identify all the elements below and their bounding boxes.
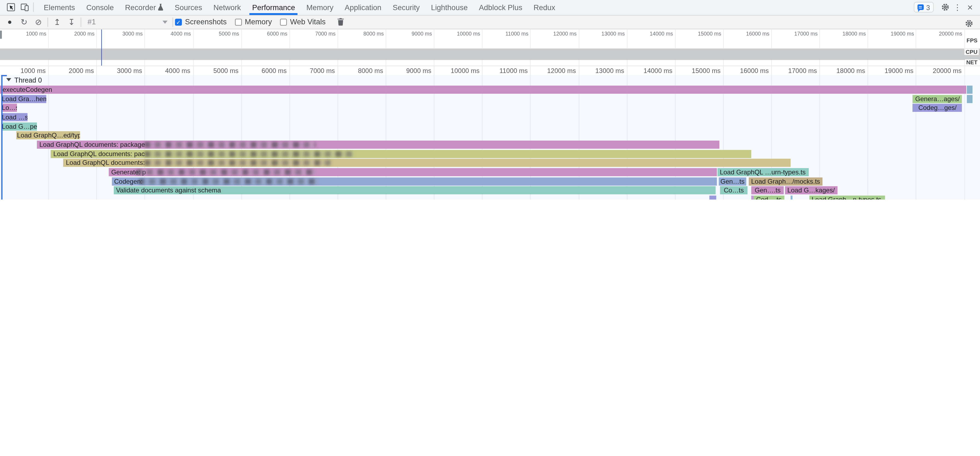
flame-event[interactable]: Load Graph…/mocks.ts [749,177,822,185]
tab-label: Application [345,3,382,12]
overview-gridline [579,29,579,65]
flame-event[interactable]: Codegen: [111,177,717,185]
divider [33,3,33,12]
overview-playhead[interactable] [101,29,102,65]
overview-gridline [434,29,434,65]
performance-toolbar: ● ↻ ⊘ ↥ ↧ #1 ✓ScreenshotsMemoryWeb Vital… [0,15,980,29]
tab-sources[interactable]: Sources [169,0,208,15]
flame-event[interactable]: Co…ts [720,186,748,195]
flame-event[interactable]: Genera…ages/ [913,95,962,103]
overview-gridline [868,29,868,65]
thread-group-header[interactable]: Thread 0 [6,76,42,83]
recording-session-select[interactable]: #1 [83,16,170,28]
tab-elements[interactable]: Elements [38,0,80,15]
tab-label: Security [393,3,420,12]
tab-security[interactable]: Security [387,0,425,15]
flame-event[interactable] [751,195,754,200]
ruler-tick-label: 1000 ms [10,67,46,75]
overview-tick-label: 8000 ms [348,31,384,37]
garbage-collect-icon[interactable] [334,16,348,29]
checkbox-screenshots[interactable]: ✓Screenshots [175,18,227,27]
flame-event[interactable]: Load GraphQL …urn-types.ts [717,168,809,176]
flame-event[interactable]: Cod….ts [753,195,784,200]
tab-application[interactable]: Application [339,0,387,15]
tab-label: Performance [252,3,295,12]
overview-tick-label: 11000 ms [492,31,528,37]
tab-performance[interactable]: Performance [247,0,301,15]
tab-redux[interactable]: Redux [528,0,561,15]
cpu-activity-band [0,49,980,60]
flame-chart-area[interactable]: 1000 ms2000 ms3000 ms4000 ms5000 ms6000 … [0,66,980,200]
reload-and-record-button[interactable]: ↻ [17,16,32,29]
checkbox-memory[interactable]: Memory [235,18,272,27]
flame-event[interactable] [709,195,716,200]
flame-event[interactable]: Gen….ts [751,186,784,195]
tab-memory[interactable]: Memory [301,0,339,15]
ruler-tick-label: 10000 ms [443,67,480,75]
tab-label: Recorder [125,3,156,12]
redacted-text-blur [145,142,316,148]
lane-label-fps: FPS [965,37,978,43]
clear-recording-button[interactable]: ⊘ [31,16,46,29]
record-button[interactable]: ● [2,16,17,29]
load-profile-button[interactable]: ↥ [50,16,65,29]
overview-window-handle[interactable] [0,31,2,39]
flame-event[interactable]: Load Gra…hema.ts [1,95,46,103]
flame-event[interactable]: Load GraphQL documents: [64,159,791,167]
device-toolbar-icon[interactable] [18,1,31,14]
thread-label: Thread 0 [14,76,42,83]
checkbox-web-vitals[interactable]: Web Vitals [280,18,326,27]
flame-event[interactable] [967,95,973,103]
issues-count: 3 [926,3,930,11]
overview-tick-label: 15000 ms [685,31,721,37]
overview-tick-label: 3000 ms [107,31,143,37]
flame-event[interactable]: Load G…kages/ [785,186,837,195]
flame-event[interactable]: Load G…pes.ts [1,122,37,130]
ruler-tick-label: 13000 ms [588,67,624,75]
flask-icon [158,4,163,11]
divider [81,17,81,27]
save-profile-button[interactable]: ↧ [64,16,79,29]
chevron-down-icon [162,21,167,24]
capture-settings-gear-icon[interactable] [962,17,975,30]
flame-event[interactable]: Load GraphQL documents: pac [51,150,751,158]
overview-gridline [289,29,290,65]
tab-label: Elements [44,3,75,12]
more-options-icon[interactable]: ⋮ [951,3,964,12]
flame-event[interactable]: executeCodegen [0,86,967,94]
flame-event[interactable]: Load …s.ts [1,113,27,121]
flame-event[interactable]: Lo…s [1,104,17,112]
overview-tick-label: 4000 ms [155,31,191,37]
ruler-tick-label: 6000 ms [250,67,287,75]
flame-event[interactable]: Codeg…ges/ [913,104,962,112]
flame-event[interactable] [967,86,973,94]
overview-tick-label: 12000 ms [540,31,577,37]
overview-tick-label: 13000 ms [589,31,625,37]
tab-lighthouse[interactable]: Lighthouse [425,0,473,15]
flame-event[interactable]: Load GraphQL documents: package [37,140,719,149]
overview-gridline [723,29,724,65]
issues-counter[interactable]: 3 [913,2,934,13]
flame-event[interactable]: Load GraphQ…ed/types.ts [16,132,80,140]
devtools-performance-panel: ElementsConsoleRecorderSourcesNetworkPer… [0,0,980,200]
settings-gear-icon[interactable] [939,3,951,11]
checkbox-box [280,19,287,25]
inspect-element-icon[interactable] [4,1,18,14]
flame-event[interactable]: Validate documents against schema [113,186,716,195]
tab-recorder[interactable]: Recorder [119,0,169,15]
tab-console[interactable]: Console [81,0,119,15]
ruler-tick-label: 2000 ms [58,67,94,75]
tab-adblock-plus[interactable]: Adblock Plus [473,0,528,15]
close-devtools-icon[interactable]: × [964,2,977,13]
tab-network[interactable]: Network [208,0,247,15]
flame-event[interactable]: Load Graph…n-types.ts [809,195,885,200]
flame-event[interactable]: Generate: p [109,168,717,176]
ruler-tick-label: 5000 ms [202,67,239,75]
flame-event-label: Load Graph…/mocks.ts [751,177,820,184]
flame-event[interactable]: Gen…ts [719,177,746,185]
flame-event[interactable] [791,195,792,200]
timeline-overview[interactable]: 1000 ms2000 ms3000 ms4000 ms5000 ms6000 … [0,29,980,66]
disclosure-triangle-icon [6,78,11,81]
tab-label: Network [213,3,241,12]
overview-tick-label: 5000 ms [203,31,239,37]
